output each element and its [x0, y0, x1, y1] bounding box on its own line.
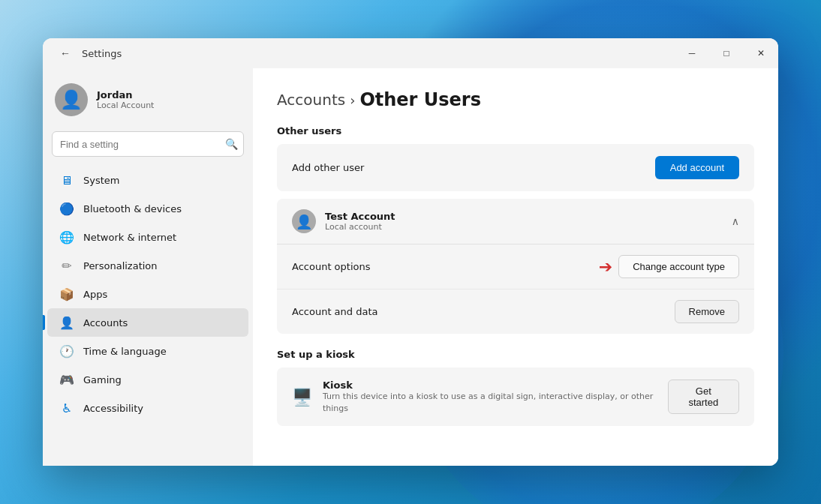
sidebar-item-label: Gaming [83, 374, 122, 386]
kiosk-btn-wrap: Get started [668, 380, 739, 414]
add-account-row: Add other user Add account [277, 144, 754, 191]
minimize-button[interactable]: ─ [675, 38, 709, 68]
sidebar-item-accounts[interactable]: 👤 Accounts [47, 308, 248, 337]
change-account-type-button[interactable]: Change account type [618, 255, 739, 278]
sidebar-item-apps[interactable]: 📦 Apps [47, 280, 248, 308]
get-started-button[interactable]: Get started [668, 380, 739, 414]
accessibility-icon: ♿ [59, 400, 74, 416]
maximize-button[interactable]: □ [709, 38, 744, 68]
kiosk-card: 🖥️ Kiosk Turn this device into a kiosk t… [277, 368, 754, 426]
user-section: 👤 Jordan Local Account [43, 74, 253, 131]
test-account-avatar: 👤 [292, 209, 316, 233]
sidebar-item-label: Accounts [83, 317, 128, 328]
red-arrow-icon: ➔ [599, 257, 612, 276]
back-button[interactable]: ← [55, 43, 76, 64]
kiosk-description: Turn this device into a kiosk to use as … [323, 391, 657, 414]
sidebar-item-label: System [83, 175, 119, 186]
arrow-indicator: ➔ Change account type [599, 255, 739, 278]
account-options-label: Account options [292, 261, 371, 272]
window-controls: ─ □ ✕ [675, 38, 778, 68]
sidebar-item-system[interactable]: 🖥 System [47, 166, 248, 194]
breadcrumb: Accounts › Other Users [277, 89, 754, 110]
test-account-avatar-icon: 👤 [296, 214, 312, 230]
user-name: Jordan [97, 89, 154, 100]
main-content: 👤 Jordan Local Account 🔍 🖥 System 🔵 Blue… [43, 68, 778, 466]
breadcrumb-parent[interactable]: Accounts [277, 91, 345, 109]
system-icon: 🖥 [59, 172, 74, 188]
search-icon[interactable]: 🔍 [225, 138, 238, 150]
content-area: Accounts › Other Users Other users Add o… [253, 68, 778, 466]
back-icon: ← [60, 47, 71, 59]
test-account-name: Test Account [325, 211, 395, 222]
sidebar-item-label: Network & internet [83, 232, 176, 243]
close-button[interactable]: ✕ [744, 38, 778, 68]
kiosk-section: Set up a kiosk 🖥️ Kiosk Turn this device… [277, 349, 754, 426]
sidebar-item-label: Time & language [83, 346, 167, 357]
sidebar-item-network[interactable]: 🌐 Network & internet [47, 223, 248, 251]
breadcrumb-separator: › [350, 92, 355, 108]
sidebar: 👤 Jordan Local Account 🔍 🖥 System 🔵 Blue… [43, 68, 253, 466]
titlebar-left: ← Settings [55, 43, 122, 64]
test-account-left: 👤 Test Account Local account [292, 209, 395, 233]
sidebar-item-accessibility[interactable]: ♿ Accessibility [47, 394, 248, 422]
window-title: Settings [82, 48, 122, 59]
kiosk-title: Kiosk [323, 380, 657, 391]
user-info: Jordan Local Account [97, 89, 154, 110]
kiosk-row: 🖥️ Kiosk Turn this device into a kiosk t… [277, 368, 754, 426]
add-other-user-label: Add other user [292, 162, 364, 173]
network-icon: 🌐 [59, 230, 74, 244]
sidebar-item-label: Personalization [83, 260, 158, 272]
search-input[interactable] [52, 131, 244, 157]
apps-icon: 📦 [59, 286, 74, 302]
search-box: 🔍 [52, 131, 244, 157]
chevron-up-icon: ∧ [732, 215, 739, 227]
user-type: Local Account [97, 100, 154, 110]
test-account-card: 👤 Test Account Local account ∧ Account o… [277, 199, 754, 334]
add-account-button[interactable]: Add account [655, 156, 739, 179]
test-account-header[interactable]: 👤 Test Account Local account ∧ [277, 199, 754, 244]
test-account-type: Local account [325, 222, 395, 232]
sidebar-item-label: Bluetooth & devices [83, 203, 182, 214]
titlebar: ← Settings ─ □ ✕ [43, 38, 778, 68]
test-account-info: Test Account Local account [325, 211, 395, 232]
add-account-card: Add other user Add account [277, 144, 754, 191]
sidebar-item-label: Apps [83, 289, 107, 300]
sidebar-item-gaming[interactable]: 🎮 Gaming [47, 365, 248, 394]
settings-window: ← Settings ─ □ ✕ 👤 Jordan Local Account [43, 38, 778, 466]
time-icon: 🕐 [59, 344, 74, 358]
kiosk-section-title: Set up a kiosk [277, 349, 754, 360]
personalization-icon: ✏️ [59, 258, 74, 273]
test-account-body: Account options ➔ Change account type Ac… [277, 244, 754, 334]
account-data-label: Account and data [292, 306, 378, 317]
accounts-icon: 👤 [59, 315, 74, 330]
remove-button[interactable]: Remove [675, 300, 739, 323]
kiosk-text: Kiosk Turn this device into a kiosk to u… [323, 380, 657, 414]
sidebar-item-time[interactable]: 🕐 Time & language [47, 337, 248, 365]
avatar-icon: 👤 [60, 89, 83, 110]
kiosk-icon: 🖥️ [292, 388, 312, 406]
avatar: 👤 [55, 83, 88, 116]
other-users-section-title: Other users [277, 125, 754, 136]
account-data-row: Account and data Remove [277, 290, 754, 334]
gaming-icon: 🎮 [59, 372, 74, 387]
account-options-row: Account options ➔ Change account type [277, 244, 754, 290]
bluetooth-icon: 🔵 [59, 201, 74, 216]
sidebar-item-bluetooth[interactable]: 🔵 Bluetooth & devices [47, 194, 248, 223]
breadcrumb-current: Other Users [359, 89, 481, 110]
sidebar-item-label: Accessibility [83, 403, 143, 414]
sidebar-item-personalization[interactable]: ✏️ Personalization [47, 251, 248, 280]
